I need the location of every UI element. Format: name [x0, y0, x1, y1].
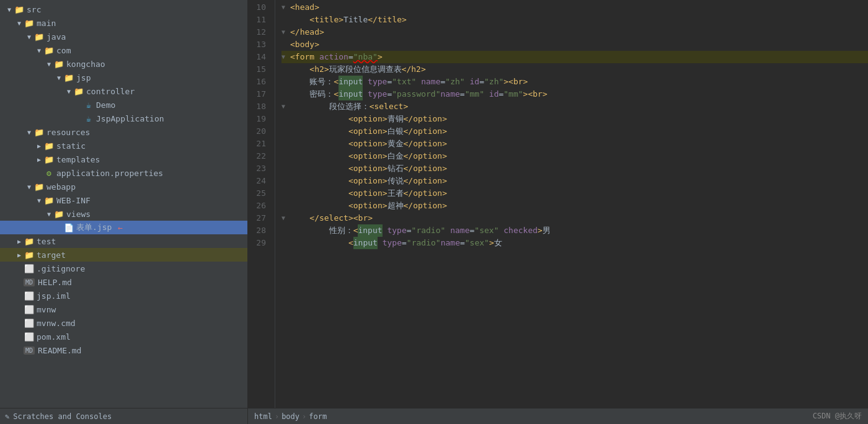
- code-token: [363, 76, 368, 88]
- tree-item-gitignore[interactable]: ▶ ⬜ .gitignore: [0, 262, 247, 275]
- code-token: <option>: [348, 187, 388, 200]
- file-icon: ⬜: [24, 305, 35, 314]
- code-token: 性别：: [290, 224, 353, 237]
- code-token: 段位选择：: [290, 100, 370, 113]
- tree-label: WEB-INF: [56, 196, 91, 205]
- code-line-15: ▼ <h2> 玩家段位信息调查表 </h2>: [281, 63, 868, 76]
- arrow-icon: ▶: [35, 156, 43, 163]
- code-token: </option>: [404, 138, 447, 150]
- folder-icon: 📁: [24, 250, 35, 260]
- tree-item-biaodan-jsp[interactable]: ▶ 📄 表单.jsp ←: [0, 221, 247, 234]
- arrow-icon: ▼: [15, 20, 24, 27]
- code-token: </option>: [404, 187, 447, 200]
- code-token: <h2>: [309, 63, 329, 76]
- code-token: 密码：: [290, 88, 334, 100]
- breadcrumb-sep: ›: [275, 412, 279, 421]
- tree-item-webapp[interactable]: ▼ 📁 webapp: [0, 180, 247, 193]
- code-line-28: ▼ 性别： < input type = "radio" name = "sex…: [281, 224, 868, 237]
- tree-label: controller: [86, 87, 135, 96]
- code-token: type: [383, 237, 402, 249]
- tree-item-help-md[interactable]: ▶ MD HELP.md: [0, 275, 247, 289]
- fold-icon[interactable]: ▼: [281, 100, 290, 113]
- tree-item-readme[interactable]: ▶ MD README.md: [0, 343, 247, 357]
- tree-label: jsp: [76, 73, 91, 82]
- tree-item-com[interactable]: ▼ 📁 com: [0, 43, 247, 57]
- code-token: type: [368, 88, 387, 100]
- line-num-21: 21: [248, 138, 270, 150]
- code-token: [445, 224, 450, 237]
- code-token: "sex": [465, 237, 489, 249]
- tree-item-mvnw[interactable]: ▶ ⬜ mvnw: [0, 303, 247, 316]
- folder-icon: 📁: [43, 155, 55, 164]
- tree-item-templates[interactable]: ▶ 📁 templates: [0, 152, 247, 166]
- code-token: [465, 76, 470, 88]
- line-num-20: 20: [248, 125, 270, 138]
- tree-label: application.properties: [56, 169, 163, 178]
- tree-item-resources[interactable]: ▼ 📁 resources: [0, 125, 247, 139]
- code-token: "sex": [474, 224, 498, 237]
- code-token: name: [441, 88, 460, 100]
- code-token: type: [387, 224, 406, 237]
- code-token: ><br>: [523, 88, 547, 100]
- tree-item-kongchao[interactable]: ▼ 📁 kongchao: [0, 57, 247, 71]
- code-token: <title>: [309, 14, 343, 26]
- tree-item-java[interactable]: ▼ 📁 java: [0, 30, 247, 43]
- tree-item-src[interactable]: ▼ 📁 src: [0, 2, 247, 16]
- tree-item-controller[interactable]: ▼ 📁 controller: [0, 84, 247, 98]
- code-token: </option>: [404, 125, 447, 138]
- code-token: 黄金: [388, 138, 404, 150]
- fold-icon[interactable]: ▼: [281, 212, 290, 224]
- code-token: [290, 63, 309, 76]
- code-token: <head>: [290, 1, 319, 14]
- tree-item-views[interactable]: ▼ 📁 views: [0, 207, 247, 221]
- code-line-10: ▼ <head>: [281, 1, 868, 14]
- line-num-16: 16: [248, 76, 270, 88]
- tree-label: pom.xml: [37, 332, 71, 342]
- tree-item-target[interactable]: ▶ 📁 target: [0, 248, 247, 262]
- folder-icon: 📁: [33, 128, 45, 137]
- arrow-icon: ▼: [25, 129, 33, 136]
- code-line-21: ▼ <option> 黄金 </option>: [281, 138, 868, 150]
- folder-icon: 📁: [43, 141, 55, 151]
- tree-item-mvnwcmd[interactable]: ▶ ⬜ mvnw.cmd: [0, 316, 247, 330]
- arrow-icon: ▼: [55, 74, 63, 81]
- fold-icon[interactable]: ▼: [281, 51, 290, 63]
- line-num-18: 18: [248, 100, 270, 113]
- breadcrumb-body[interactable]: body: [281, 412, 299, 421]
- tree-item-static[interactable]: ▶ 📁 static: [0, 139, 247, 152]
- code-token: =: [460, 88, 465, 100]
- code-token: =: [387, 88, 392, 100]
- code-line-14: ▼ <form action = "nba" >: [281, 51, 868, 63]
- tree-item-jspapplication[interactable]: ▶ ☕ JspApplication: [0, 112, 247, 125]
- tree-label: mvnw.cmd: [37, 319, 76, 328]
- fold-icon[interactable]: ▼: [281, 1, 290, 14]
- code-token: "txt": [392, 76, 416, 88]
- tree-item-demo[interactable]: ▶ ☕ Demo: [0, 98, 247, 112]
- code-token: <option>: [348, 113, 388, 125]
- tree-item-jspiml[interactable]: ▶ ⬜ jsp.iml: [0, 289, 247, 303]
- folder-icon: 📁: [24, 237, 35, 246]
- folder-icon: 📁: [43, 196, 55, 205]
- tree-item-test[interactable]: ▶ 📁 test: [0, 234, 247, 248]
- line-num-14: 14: [248, 51, 270, 63]
- code-line-16: ▼ 账号： < input type = "txt" name = "zh" i…: [281, 76, 868, 88]
- tree-item-main[interactable]: ▼ 📁 main: [0, 16, 247, 30]
- tree-item-webinf[interactable]: ▼ 📁 WEB-INF: [0, 193, 247, 207]
- tree-item-pomxml[interactable]: ▶ ⬜ pom.xml: [0, 330, 247, 343]
- code-token: name: [421, 76, 440, 88]
- breadcrumb-html[interactable]: html: [254, 412, 272, 421]
- fold-icon[interactable]: ▼: [281, 26, 290, 38]
- code-token: </option>: [404, 113, 447, 125]
- breadcrumb-form[interactable]: form: [309, 412, 327, 421]
- arrow-icon: ▶: [35, 143, 43, 149]
- scratch-icon: ✎: [5, 412, 9, 421]
- code-token: 男: [542, 224, 551, 237]
- tree-item-application-properties[interactable]: ▶ ⚙ application.properties: [0, 166, 247, 180]
- scratches-label: Scratches and Consoles: [13, 412, 112, 421]
- code-line-25: ▼ <option> 王者 </option>: [281, 187, 868, 200]
- tree-label: .gitignore: [37, 264, 85, 273]
- tree-item-jsp[interactable]: ▼ 📁 jsp: [0, 71, 247, 84]
- scratches-and-consoles[interactable]: ✎ Scratches and Consoles: [0, 408, 247, 424]
- folder-icon: 📁: [33, 32, 45, 42]
- tree-label: jsp.iml: [37, 291, 71, 301]
